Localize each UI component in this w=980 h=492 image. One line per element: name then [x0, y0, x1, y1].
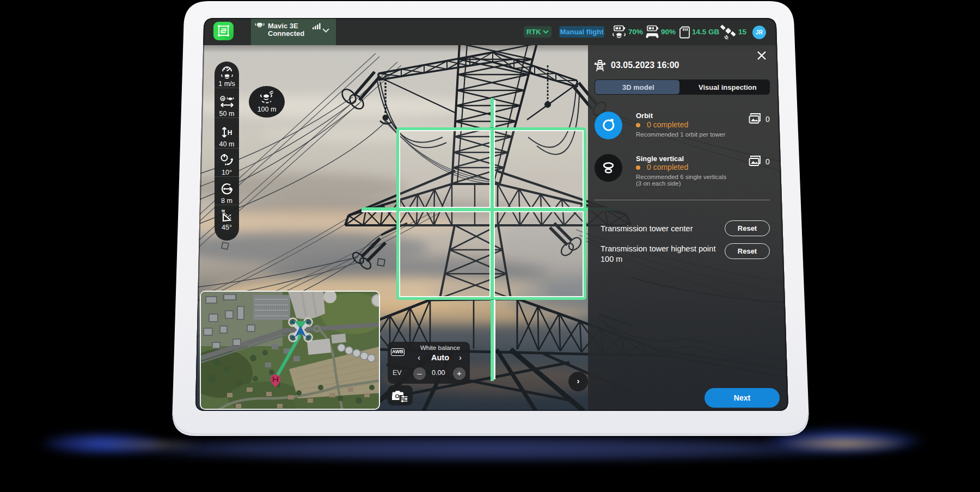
svg-text:H: H	[227, 129, 232, 137]
svg-text:H: H	[221, 97, 224, 101]
